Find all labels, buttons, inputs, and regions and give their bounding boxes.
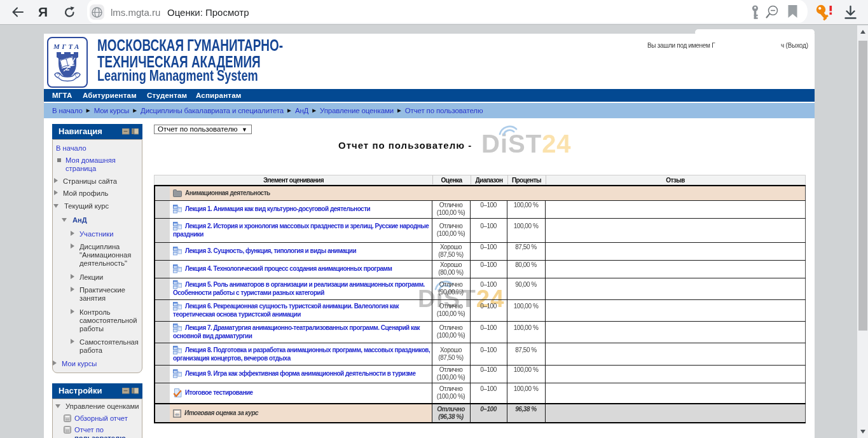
svg-text:МГТА: МГТА [53,43,81,50]
